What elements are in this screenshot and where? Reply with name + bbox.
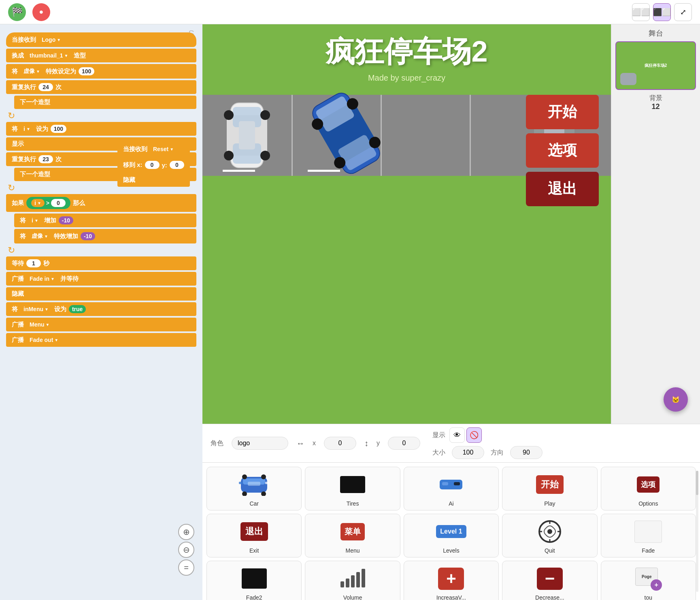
sprite-card-car[interactable]: Car [206,467,302,510]
x-axis-icon: ↔ [296,439,304,448]
effect-dropdown-2[interactable]: 虚像 ▼ [28,232,51,241]
sprite-card-decrease[interactable]: − Decrease... [502,561,597,600]
size-input[interactable] [452,446,484,459]
next-costume-1[interactable]: 下一个造型 [14,96,196,109]
repeat-23-val[interactable]: 23 [38,155,53,163]
i-val[interactable]: 100 [51,125,66,133]
main-container: S 当接收到 Logo ▼ 换成 thumbnail_1 ▼ [0,24,700,600]
broadcast-fadeout[interactable]: 广播 Fade out ▼ [6,333,196,347]
svg-point-42 [547,529,552,534]
add-sprite-btn[interactable]: 🐱 [664,387,688,412]
stage-thumbnail[interactable]: 疯狂停车场2 [615,41,696,90]
car-white-svg [223,99,271,172]
sprite-card-volume[interactable]: Volume [305,561,400,600]
broadcast-menu[interactable]: 广播 Menu ▼ [6,318,196,331]
hide-block-1[interactable]: 隐藏 [6,287,196,301]
levels-sprite-name: Levels [443,547,459,554]
scroll-thumb[interactable] [696,471,698,495]
effect-val[interactable]: 100 [79,67,94,75]
sprite-card-tires[interactable]: Tires [305,467,400,510]
exit-sprite-icon: 退出 [238,517,270,546]
costume-block[interactable]: 换成 thumbnail_1 ▼ 造型 [6,49,196,62]
loop-arrow-3: ↻ [8,245,15,256]
fullscreen-btn[interactable]: ⤢ [674,3,692,21]
green-flag-button[interactable]: 🏁 [8,3,26,21]
if-block[interactable]: 如果 i ▼ > 0 那么 [6,194,196,212]
sprite-card-fade[interactable]: Fade [601,514,696,557]
change-val[interactable]: -10 [59,216,73,224]
broadcast-fadein[interactable]: 广播 Fade in ▼ 并等待 [6,272,196,286]
loop-arrow-1: ↻ [8,111,15,121]
dir-input[interactable] [510,446,543,459]
sprite-card-menu[interactable]: 菜单 Menu [305,514,400,557]
hat-block-reset[interactable]: 当接收到 Reset ▼ [117,142,190,156]
set-i-100-block[interactable]: 将 i ▼ 设为 100 [6,122,196,136]
ai-icon-svg [439,476,463,493]
inMenu-dropdown[interactable]: inMenu ▼ [20,305,52,313]
levels-btn-icon: Level 1 [436,525,466,538]
x-input[interactable]: 0 [145,161,160,169]
sprite-card-tou[interactable]: Poge + tou [601,561,696,600]
scroll-bar[interactable] [696,471,698,592]
y-input[interactable]: 0 [170,161,184,169]
hide-btn[interactable]: 🚫 [466,427,482,443]
reset-dropdown[interactable]: Reset ▼ [150,145,177,153]
thumbnail-dropdown[interactable]: thumbnail_1 ▼ [26,51,71,60]
sprite-card-exit[interactable]: 退出 Exit [206,514,302,557]
fadein-dropdown[interactable]: Fade in ▼ [26,275,58,283]
options-sprite-name: Options [638,500,658,507]
bg-label: 背景 [615,94,696,102]
move-to-block[interactable]: 移到 x: 0 y: 0 [117,158,190,172]
zoom-out-btn[interactable]: ⊖ [178,542,194,558]
layout-btn-1[interactable]: ⬜⬜ [632,3,650,21]
zoom-fit-btn[interactable]: = [178,559,194,576]
hide-block-2[interactable]: 隐藏 [117,173,190,187]
zoom-in-btn[interactable]: ⊕ [178,524,194,540]
show-btn[interactable]: 👁 [449,427,465,443]
set-inMenu-block[interactable]: 将 inMenu ▼ 设为 true [6,302,196,316]
decrease-icon: − [537,568,563,590]
options-button[interactable]: 选项 [526,133,599,168]
inMenu-val[interactable]: true [69,305,86,313]
wait-block[interactable]: 等待 1 秒 [6,256,196,270]
i-var[interactable]: i ▼ [31,199,45,207]
sprite-card-ai[interactable]: Ai [404,467,499,510]
layout-btn-2[interactable]: ⬛⬜ [653,3,671,21]
menu-sprite-icon: 菜单 [336,517,369,546]
car-icon-svg [239,474,269,496]
options-btn-icon: 选项 [637,476,660,493]
sprite-name-input[interactable] [232,437,288,450]
effect-change-val[interactable]: -10 [81,232,95,240]
sprite-card-levels[interactable]: Level 1 Levels [404,514,499,557]
levels-sprite-icon: Level 1 [435,517,467,546]
sprite-card-increase[interactable]: + IncreasaV... [404,561,499,600]
cond-val[interactable]: 0 [51,199,66,207]
sprite-card-play[interactable]: 开始 Play [502,467,597,510]
logo-dropdown[interactable]: Logo ▼ [38,36,64,44]
sprite-properties: 角色 ↔ x ↕ y 显示 👁 🚫 大小 方向 [202,424,700,462]
sprite-card-fade2[interactable]: Fade2 [206,561,302,600]
wait-val[interactable]: 1 [26,259,41,267]
decrease-sprite-icon: − [534,564,566,593]
repeat-val[interactable]: 24 [38,83,53,91]
ghost-effect-block[interactable]: 将 虚像 ▼ 特效设定为 100 [6,64,196,79]
car-blue-svg [302,83,390,184]
x-input[interactable] [324,437,356,450]
fadeout-dropdown[interactable]: Fade out ▼ [26,336,62,344]
start-button[interactable]: 开始 [526,95,599,129]
i-dropdown-1[interactable]: i ▼ [20,125,34,133]
hat-block-logo[interactable]: 当接收到 Logo ▼ [6,32,196,47]
y-input[interactable] [388,437,420,450]
sprite-card-options[interactable]: 选项 Options [601,467,696,510]
repeat-24-block[interactable]: 重复执行 24 次 [6,80,196,94]
svg-point-5 [260,110,270,120]
i-dropdown-2[interactable]: i ▼ [28,216,42,224]
effect-dropdown[interactable]: 虚像 ▼ [20,67,43,76]
menu-dropdown[interactable]: Menu ▼ [26,320,53,329]
change-i-block[interactable]: 将 i ▼ 增加 -10 [14,214,196,227]
ghost-effect-change[interactable]: 将 虚像 ▼ 特效增加 -10 [14,229,196,243]
sprite-card-quit[interactable]: Quit [502,514,597,557]
block-stack-1: 当接收到 Logo ▼ 换成 thumbnail_1 ▼ 造型 将 [6,32,196,348]
exit-button[interactable]: 退出 [526,172,599,206]
stop-button[interactable]: ● [32,3,50,21]
